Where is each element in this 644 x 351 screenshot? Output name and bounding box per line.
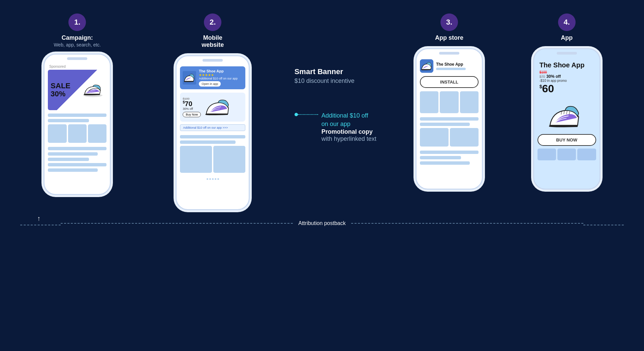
p3-block-5	[450, 128, 479, 147]
right-dashed-line	[351, 223, 583, 224]
phone-1: Sponsored SALE30%	[43, 54, 111, 195]
sale-text-block: SALE30%	[51, 82, 70, 98]
app-price-promo: -$10 in app promo	[540, 79, 594, 83]
app-price-section: $100 $70 30% off -$10 in app promo $60	[540, 70, 594, 95]
promo-strip: Additional $10 off on our app >>>	[180, 124, 245, 131]
dot-2	[209, 178, 211, 180]
p3-line-3	[420, 151, 479, 154]
banner-shoe-svg	[183, 71, 196, 85]
p3-block-row-2	[420, 128, 479, 147]
ad-banner: SALE30%	[48, 70, 106, 110]
p3-block-1	[420, 91, 438, 113]
price-sale: $70	[183, 100, 201, 107]
dot-5	[217, 178, 219, 180]
app-icon-svg	[420, 59, 433, 73]
p3-line-5	[420, 161, 470, 165]
p4-block-3	[577, 149, 596, 160]
content-block-1	[48, 124, 66, 143]
step-4-title: App	[561, 34, 573, 41]
step-2-bubble: 2.	[204, 13, 221, 31]
p3-line-1	[420, 117, 479, 121]
p3-block-row-1	[420, 91, 479, 113]
step-2-number: 2.	[210, 18, 216, 27]
app-product-header: The Shoe App $100 $70 30% off -$10 in ap…	[538, 59, 596, 98]
right-dashed-2	[583, 225, 624, 225]
p3-line-4	[420, 156, 461, 159]
price-col: $100 $70 30% off Buy Now	[183, 97, 201, 117]
step-3-bubble: 3.	[440, 13, 458, 31]
content-line-3	[48, 147, 106, 150]
p2-block-2	[213, 146, 245, 173]
p3-rating-line	[436, 68, 466, 70]
dot-4	[215, 178, 216, 180]
content-block-row-1	[48, 124, 106, 143]
phone-2-notch	[203, 59, 223, 62]
app-price-70-strike: $70	[540, 75, 545, 78]
install-button[interactable]: INSTALL	[420, 76, 479, 88]
promo-text-col: Additional $10 off on our app Promotiona…	[321, 111, 376, 142]
phone-2-content: The Shoe App ★★★★★ Additional $10 off on…	[180, 66, 245, 181]
phone-4-content: The Shoe App $100 $70 30% off -$10 in ap…	[538, 59, 596, 162]
dot-connector-line	[298, 114, 318, 115]
price-off: 30% off	[183, 107, 201, 110]
content-line-1	[48, 114, 106, 117]
content-line-7	[48, 168, 98, 172]
step-2-wrapper: 2. Mobile website	[138, 13, 288, 210]
p4-block-row	[538, 149, 596, 160]
open-in-app-button[interactable]: Open in app	[199, 81, 221, 87]
shoe-image-1	[82, 82, 104, 98]
p2-line-1	[180, 135, 245, 138]
p2-block-row	[180, 146, 245, 173]
product-card: $100 $70 30% off Buy Now	[180, 93, 245, 122]
p4-block-1	[538, 149, 556, 160]
app-icon	[420, 59, 433, 73]
content-block-3	[88, 124, 106, 143]
p3-block-4	[420, 128, 449, 147]
banner-app-name: The Shoe App	[199, 69, 243, 73]
smart-banner-subtitle: $10 discount incentive	[295, 77, 389, 85]
p2-line-2	[180, 140, 236, 144]
smart-banner-title: Smart Banner	[295, 67, 389, 76]
promo-bold-1: Promotional copy	[321, 128, 376, 135]
banner-stars: ★★★★★	[199, 73, 243, 77]
app-price-original: $100	[540, 70, 594, 74]
phone-2: The Shoe App ★★★★★ Additional $10 off on…	[176, 55, 250, 210]
content-block-2	[68, 124, 87, 143]
p3-block-3	[460, 91, 479, 113]
promo-bold-2: with hyperlinked text	[321, 135, 376, 142]
p3-block-2	[440, 91, 458, 113]
arrow-container: ↑	[20, 221, 61, 225]
step-2-title: Mobile website	[202, 34, 224, 49]
promo-line-1: Additional $10 off on our app	[321, 111, 376, 128]
left-dashed-line	[61, 223, 293, 224]
phone-3: The Shoe App INSTALL	[416, 48, 483, 190]
step-1-wrapper: 1. Campaign: Web, app, search, etc. Spon…	[20, 13, 134, 195]
phone-1-lines	[48, 114, 106, 172]
product-shoe-image	[203, 95, 233, 119]
step-3-title: App store	[435, 34, 463, 41]
buy-now-big-button[interactable]: BUY NOW	[538, 134, 596, 146]
phone-4-notch	[557, 52, 577, 55]
left-dashed-1	[20, 225, 61, 225]
step-4-number: 4.	[563, 18, 570, 27]
middle-section: 2. Mobile website	[138, 13, 389, 210]
sponsored-label: Sponsored	[49, 65, 65, 68]
content-line-5	[48, 158, 89, 161]
app-store-header: The Shoe App	[420, 59, 479, 73]
attribution-row: ↑ Attribution postback	[20, 220, 624, 226]
app-shoe-image	[545, 98, 589, 132]
content-line-6	[48, 163, 106, 166]
content-line-2	[48, 119, 89, 122]
app-store-info: The Shoe App	[436, 62, 479, 70]
p3-line-2	[420, 123, 470, 126]
app-title-big: The Shoe App	[540, 61, 594, 69]
right-end	[583, 221, 624, 225]
buy-now-button[interactable]: Buy Now	[183, 112, 201, 117]
dot-1	[207, 178, 208, 180]
step-3-number: 3.	[446, 18, 452, 27]
step-1-bubble: 1.	[68, 13, 86, 31]
phone-3-content: The Shoe App INSTALL	[420, 59, 479, 165]
callout-section: Smart Banner $10 discount incentive Addi…	[295, 13, 389, 142]
main-container: 1. Campaign: Web, app, search, etc. Spon…	[0, 0, 644, 351]
phone-3-notch	[439, 52, 459, 55]
